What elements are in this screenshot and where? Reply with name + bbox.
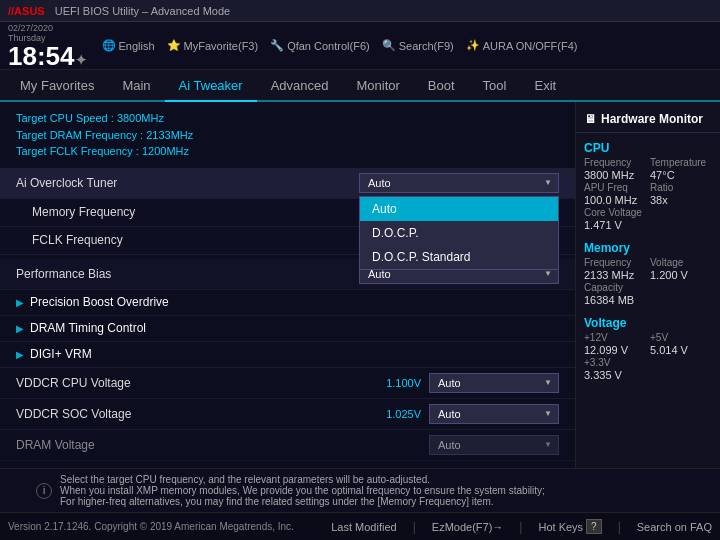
language-label: English bbox=[119, 40, 155, 52]
qfan-tool[interactable]: 🔧 Qfan Control(F6) bbox=[270, 39, 370, 52]
option-docp[interactable]: D.O.C.P. bbox=[360, 221, 558, 245]
info-lines: Target CPU Speed : 3800MHz Target DRAM F… bbox=[0, 108, 575, 164]
sidebar: 🖥 Hardware Monitor CPU Frequency Tempera… bbox=[575, 102, 720, 468]
target-cpu-speed: Target CPU Speed : 3800MHz bbox=[16, 110, 559, 127]
option-auto[interactable]: Auto bbox=[360, 197, 558, 221]
nav-monitor[interactable]: Monitor bbox=[343, 69, 414, 101]
qfan-label: Qfan Control(F6) bbox=[287, 40, 370, 52]
asus-logo: //ASUS bbox=[8, 5, 45, 17]
cpu-freq-value: 3800 MHz bbox=[584, 169, 646, 181]
target-dram-freq: Target DRAM Frequency : 2133MHz bbox=[16, 127, 559, 144]
dram-voltage-dropdown[interactable]: Auto bbox=[429, 435, 559, 455]
header-tools: 🌐 English ⭐ MyFavorite(F3) 🔧 Qfan Contro… bbox=[102, 39, 713, 52]
apu-freq-label: APU Freq bbox=[584, 182, 646, 193]
perf-bias-label: Performance Bias bbox=[16, 267, 359, 281]
ai-overclock-dropdown[interactable]: Auto bbox=[359, 173, 559, 193]
vddcr-cpu-dropdown-val: Auto bbox=[438, 377, 461, 389]
voltage-section-title: Voltage bbox=[576, 312, 720, 332]
target-fclk-freq: Target FCLK Frequency : 1200MHz bbox=[16, 143, 559, 160]
nav-bar: My Favorites Main Ai Tweaker Advanced Mo… bbox=[0, 70, 720, 102]
hot-keys-btn[interactable]: Hot Keys ? bbox=[538, 519, 601, 534]
vddcr-cpu-dropdown[interactable]: Auto bbox=[429, 373, 559, 393]
copyright-text: Version 2.17.1246. Copyright © 2019 Amer… bbox=[8, 521, 331, 532]
core-volt-label: Core Voltage bbox=[584, 207, 712, 218]
vddcr-soc-dropdown-val: Auto bbox=[438, 408, 461, 420]
memory-section-title: Memory bbox=[576, 237, 720, 257]
mem-volt-label: Voltage bbox=[650, 257, 712, 268]
precision-boost-section[interactable]: ▶ Precision Boost Overdrive bbox=[0, 290, 575, 316]
nav-advanced[interactable]: Advanced bbox=[257, 69, 343, 101]
nav-favorites[interactable]: My Favorites bbox=[6, 69, 108, 101]
vddcr-cpu-row: VDDCR CPU Voltage 1.100V Auto bbox=[0, 368, 575, 399]
option-docp-standard[interactable]: D.O.C.P. Standard bbox=[360, 245, 558, 269]
precision-boost-label: Precision Boost Overdrive bbox=[30, 295, 169, 309]
capacity-label: Capacity bbox=[584, 282, 712, 293]
vddcr-cpu-label: VDDCR CPU Voltage bbox=[16, 376, 366, 390]
star-icon: ⭐ bbox=[167, 39, 181, 52]
dram-timing-label: DRAM Timing Control bbox=[30, 321, 146, 335]
sidebar-title-text: Hardware Monitor bbox=[601, 112, 703, 126]
temp-label: Temperature bbox=[650, 157, 712, 168]
ezmode-btn[interactable]: EzMode(F7)→ bbox=[432, 521, 504, 533]
hotkeys-badge: ? bbox=[586, 519, 602, 534]
digi-vrm-section[interactable]: ▶ DIGI+ VRM bbox=[0, 342, 575, 368]
capacity-value: 16384 MB bbox=[584, 294, 712, 306]
ratio-label: Ratio bbox=[650, 182, 712, 193]
search-faq-btn[interactable]: Search on FAQ bbox=[637, 521, 712, 533]
top-bar: //ASUS UEFI BIOS Utility – Advanced Mode bbox=[0, 0, 720, 22]
vddcr-soc-row: VDDCR SOC Voltage 1.025V Auto bbox=[0, 399, 575, 430]
ai-overclock-label: Ai Overclock Tuner bbox=[16, 176, 359, 190]
arrow-icon: ▶ bbox=[16, 297, 24, 308]
status-bar: Version 2.17.1246. Copyright © 2019 Amer… bbox=[0, 512, 720, 540]
nav-boot[interactable]: Boot bbox=[414, 69, 469, 101]
aura-label: AURA ON/OFF(F4) bbox=[483, 40, 578, 52]
cpu-section-title: CPU bbox=[576, 137, 720, 157]
dram-voltage-dropdown-val: Auto bbox=[438, 439, 461, 451]
digi-arrow-icon: ▶ bbox=[16, 349, 24, 360]
cpu-temp-value: 47°C bbox=[650, 169, 712, 181]
content-area: Target CPU Speed : 3800MHz Target DRAM F… bbox=[0, 102, 575, 468]
info-icon: i bbox=[36, 483, 52, 499]
sidebar-title: 🖥 Hardware Monitor bbox=[576, 108, 720, 133]
header: 02/27/2020Thursday 18:54✦ 🌐 English ⭐ My… bbox=[0, 22, 720, 70]
ai-overclock-value: Auto bbox=[368, 177, 391, 189]
v5-label: +5V bbox=[650, 332, 712, 343]
voltage-grid: +12V +5V 12.099 V 5.014 V +3.3V 3.335 V bbox=[576, 332, 720, 381]
dram-arrow-icon: ▶ bbox=[16, 323, 24, 334]
last-modified-btn[interactable]: Last Modified bbox=[331, 521, 396, 533]
search-tool[interactable]: 🔍 Search(F9) bbox=[382, 39, 454, 52]
language-tool[interactable]: 🌐 English bbox=[102, 39, 155, 52]
monitor-icon: 🖥 bbox=[584, 112, 596, 126]
mem-volt-value: 1.200 V bbox=[650, 269, 712, 281]
ai-overclock-row: Ai Overclock Tuner Auto Auto D.O.C.P. D.… bbox=[0, 168, 575, 199]
core-volt-value: 1.471 V bbox=[584, 219, 712, 231]
apu-freq-value: 100.0 MHz bbox=[584, 194, 646, 206]
memory-grid: Frequency Voltage 2133 MHz 1.200 V Capac… bbox=[576, 257, 720, 306]
fan-icon: 🔧 bbox=[270, 39, 284, 52]
freq-label: Frequency bbox=[584, 157, 646, 168]
favorites-tool[interactable]: ⭐ MyFavorite(F3) bbox=[167, 39, 259, 52]
digi-vrm-label: DIGI+ VRM bbox=[30, 347, 92, 361]
main-layout: Target CPU Speed : 3800MHz Target DRAM F… bbox=[0, 102, 720, 468]
date-display: 02/27/2020Thursday bbox=[8, 23, 87, 43]
help-text: Select the target CPU frequency, and the… bbox=[60, 474, 545, 507]
dram-voltage-row: DRAM Voltage Auto bbox=[0, 430, 575, 461]
v33-label: +3.3V bbox=[584, 357, 712, 368]
aura-tool[interactable]: ✨ AURA ON/OFF(F4) bbox=[466, 39, 578, 52]
datetime: 02/27/2020Thursday 18:54✦ bbox=[8, 23, 87, 69]
v12-label: +12V bbox=[584, 332, 646, 343]
search-label: Search(F9) bbox=[399, 40, 454, 52]
nav-main[interactable]: Main bbox=[108, 69, 164, 101]
dram-voltage-label: DRAM Voltage bbox=[16, 438, 366, 452]
nav-tool[interactable]: Tool bbox=[469, 69, 521, 101]
mem-freq-value: 2133 MHz bbox=[584, 269, 646, 281]
vddcr-soc-label: VDDCR SOC Voltage bbox=[16, 407, 366, 421]
app-title: UEFI BIOS Utility – Advanced Mode bbox=[55, 5, 230, 17]
help-bar: i Select the target CPU frequency, and t… bbox=[0, 468, 720, 512]
settings-list: Ai Overclock Tuner Auto Auto D.O.C.P. D.… bbox=[0, 168, 575, 461]
dram-timing-section[interactable]: ▶ DRAM Timing Control bbox=[0, 316, 575, 342]
nav-exit[interactable]: Exit bbox=[520, 69, 570, 101]
v12-value: 12.099 V bbox=[584, 344, 646, 356]
nav-ai-tweaker[interactable]: Ai Tweaker bbox=[165, 70, 257, 102]
vddcr-soc-dropdown[interactable]: Auto bbox=[429, 404, 559, 424]
